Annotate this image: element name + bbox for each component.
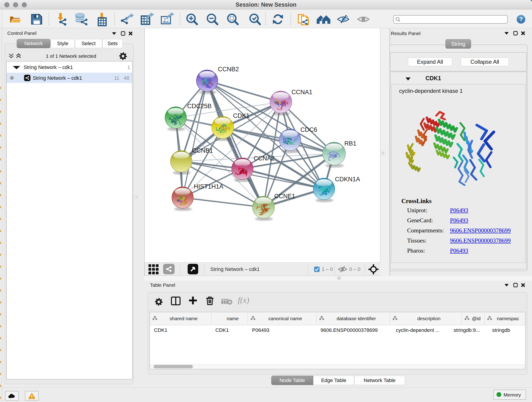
svg-text:RB1: RB1: [344, 140, 356, 147]
svg-text:CCNB2: CCNB2: [218, 66, 239, 73]
svg-text:CDC6: CDC6: [300, 126, 317, 133]
svg-text:CDKN1A: CDKN1A: [335, 176, 360, 183]
svg-text:CCNA2: CCNA2: [254, 155, 275, 162]
svg-text:CDC25B: CDC25B: [187, 103, 212, 109]
svg-text:HIST1H1A: HIST1H1A: [194, 183, 223, 190]
svg-text:CCNB1: CCNB1: [192, 147, 213, 154]
svg-text:CCNE1: CCNE1: [274, 193, 295, 200]
svg-text:CDK1: CDK1: [233, 112, 249, 119]
svg-text:CCNA1: CCNA1: [291, 89, 312, 96]
